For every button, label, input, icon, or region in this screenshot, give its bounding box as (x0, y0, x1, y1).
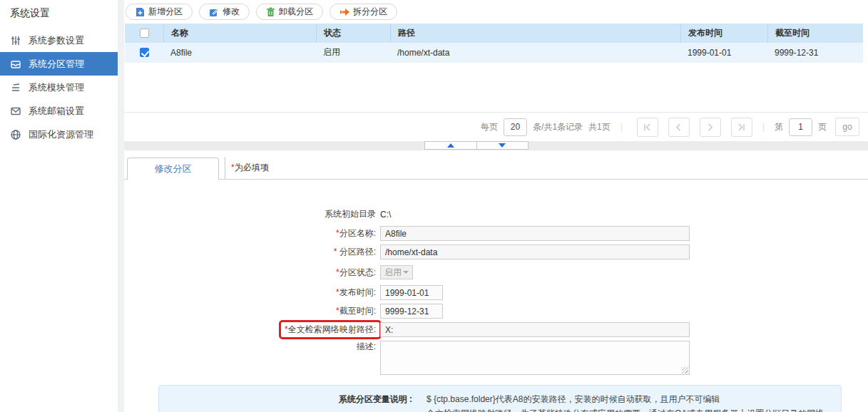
selected-option: 启用 (384, 267, 402, 279)
publish-time-label: *发布时间: (124, 287, 376, 299)
edit-icon (209, 7, 219, 17)
cell-name: A8file (163, 43, 316, 62)
variable-note-text: $ {ctp.base.folder}代表A8的安装路径，安装的时候自动获取，且… (427, 393, 720, 406)
splitter-control (424, 141, 529, 150)
split-icon (339, 8, 349, 16)
button-label: 拆分分区 (353, 6, 387, 18)
add-partition-button[interactable]: 新增分区 (126, 4, 193, 20)
variable-note-label: 系统分区变量说明 : (159, 393, 412, 406)
sliders-icon (10, 34, 22, 46)
info-row: 全文检索网络映射路径说明 : 全文检索网络映射路径，为了某些特殊分布式应用的需要… (159, 408, 828, 412)
edit-partition-panel: 修改分区 *为必填项 系统初始目录 C:\ *分区名称: * 分区路径: (124, 150, 868, 412)
pagination-bar: 每页 条/共1条记录 共1页 | | 第 页 go (124, 112, 868, 141)
cell-path: /home/xt-data (390, 43, 680, 62)
partition-table: 名称 状态 路径 发布时间 截至时间 A8file 启用 /home/xt-da… (125, 24, 863, 63)
column-header-until-time: 截至时间 (767, 24, 863, 43)
next-page-button[interactable] (700, 118, 721, 137)
init-dir-value: C:\ (380, 210, 391, 220)
panel-splitter (124, 141, 868, 150)
collapse-up-button[interactable] (425, 142, 476, 149)
fulltext-mapping-path-input[interactable] (380, 322, 690, 337)
partition-path-input[interactable] (380, 244, 690, 259)
partition-name-input[interactable] (380, 226, 690, 241)
sidebar-item-system-modules[interactable]: 系统模块管理 (0, 76, 118, 99)
app-window: 系统设置 系统参数设置 系统分区管理 系统模块管 (0, 0, 868, 412)
first-page-button[interactable] (637, 118, 658, 137)
sidebar-item-label: 系统分区管理 (29, 58, 84, 71)
sidebar-item-label: 系统邮箱设置 (29, 105, 84, 118)
partition-path-label: * 分区路径: (124, 246, 376, 258)
sidebar-item-label: 系统参数设置 (29, 34, 84, 47)
partition-status-select[interactable]: 启用 (380, 265, 413, 279)
split-partition-button[interactable]: 拆分分区 (330, 4, 397, 20)
button-label: 卸载分区 (279, 6, 313, 18)
tab-modify-partition[interactable]: 修改分区 (127, 158, 219, 180)
cell-publish-time: 1999-01-01 (680, 43, 767, 62)
button-label: 修改 (223, 6, 240, 18)
column-header-name: 名称 (163, 24, 316, 43)
mapping-note-text: 全文检索网络映射路径，为了某些特殊分布式应用的需要，通过在OA或专用服务器上设置… (427, 408, 826, 412)
until-time-input[interactable] (380, 304, 443, 319)
collapse-down-button[interactable] (476, 142, 529, 149)
info-box: 系统分区变量说明 : $ {ctp.base.folder}代表A8的安装路径，… (158, 385, 842, 412)
globe-icon (10, 128, 22, 140)
description-textarea[interactable] (380, 341, 690, 375)
modules-icon (10, 81, 22, 93)
sidebar-item-system-mail[interactable]: 系统邮箱设置 (0, 99, 118, 123)
description-label: 描述: (124, 341, 376, 353)
table-row[interactable]: A8file 启用 /home/xt-data 1999-01-01 9999-… (125, 43, 863, 63)
toolbar: 新增分区 修改 卸载分区 拆分分区 (124, 0, 868, 24)
init-dir-label: 系统初始目录 (124, 208, 376, 220)
page-suffix-label: 页 (818, 121, 827, 133)
per-page-input[interactable] (504, 118, 527, 136)
publish-time-input[interactable] (380, 285, 443, 300)
partition-icon (10, 58, 22, 70)
sidebar-item-label: 系统模块管理 (29, 81, 84, 94)
separator: | (616, 122, 627, 132)
page-number-input[interactable] (789, 118, 812, 136)
sidebar-item-i18n-resources[interactable]: 国际化资源管理 (0, 123, 118, 146)
sidebar-item-system-partition[interactable]: 系统分区管理 (0, 52, 118, 76)
tab-strip: 修改分区 *为必填项 (124, 150, 868, 180)
prev-page-button[interactable] (668, 118, 690, 137)
row-checkbox[interactable] (140, 48, 149, 57)
triangle-down-icon (499, 143, 506, 148)
per-page-label: 每页 (481, 121, 498, 133)
last-page-button[interactable] (731, 118, 752, 137)
select-all-checkbox[interactable] (140, 29, 149, 38)
partition-status-label: *分区状态: (124, 267, 376, 279)
unload-partition-button[interactable]: 卸载分区 (256, 4, 323, 20)
modify-button[interactable]: 修改 (199, 4, 250, 20)
sidebar-item-label: 国际化资源管理 (29, 128, 93, 141)
chevron-down-icon (403, 271, 409, 274)
total-pages-label: 共1页 (588, 121, 611, 133)
partition-name-label: *分区名称: (124, 227, 376, 240)
partition-form: 系统初始目录 C:\ *分区名称: * 分区路径: *分区状态: 启用 (124, 208, 868, 375)
table-header-row: 名称 状态 路径 发布时间 截至时间 (125, 24, 863, 43)
sidebar-title: 系统设置 (0, 0, 118, 29)
fulltext-mapping-path-label: *全文检索网络映射路径: (124, 324, 376, 336)
cell-until-time: 9999-12-31 (767, 43, 863, 62)
sidebar-divider (118, 0, 124, 412)
mail-icon (10, 105, 22, 117)
required-note: *为必填项 (225, 157, 269, 179)
info-row: 系统分区变量说明 : $ {ctp.base.folder}代表A8的安装路径，… (159, 393, 828, 406)
go-button[interactable]: go (835, 118, 859, 136)
page-prefix-label: 第 (775, 121, 783, 133)
trash-icon (266, 7, 275, 17)
sidebar-item-system-params[interactable]: 系统参数设置 (0, 29, 118, 52)
separator: | (758, 122, 769, 132)
button-label: 新增分区 (148, 6, 183, 18)
cell-status: 启用 (316, 43, 390, 62)
red-highlight-box: *全文检索网络映射路径: (279, 320, 382, 339)
add-partition-icon (136, 7, 145, 17)
sidebar: 系统设置 系统参数设置 系统分区管理 系统模块管 (0, 0, 118, 412)
main-area: 新增分区 修改 卸载分区 拆分分区 (124, 0, 868, 412)
triangle-up-icon (447, 143, 454, 148)
tab-label: 修改分区 (155, 163, 192, 175)
column-header-publish-time: 发布时间 (680, 24, 767, 43)
records-label: 条/共1条记录 (533, 121, 583, 133)
column-header-path: 路径 (390, 24, 680, 43)
until-time-label: *截至时间: (124, 305, 376, 317)
column-header-status: 状态 (316, 24, 390, 43)
